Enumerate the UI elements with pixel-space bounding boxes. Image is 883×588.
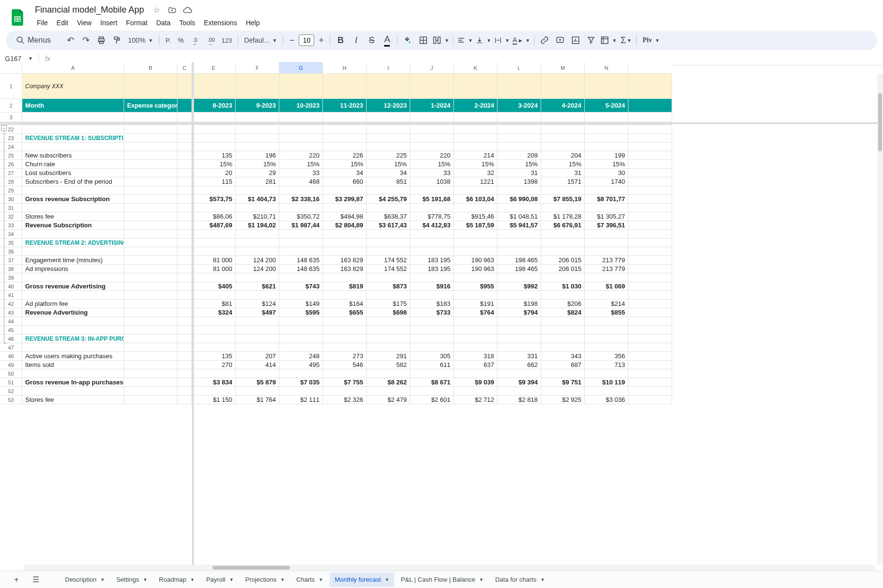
cell[interactable]: 331 xyxy=(498,352,541,361)
cell[interactable] xyxy=(498,247,541,256)
cell[interactable]: $916 xyxy=(410,282,454,291)
cell[interactable] xyxy=(541,291,585,300)
comment-button[interactable] xyxy=(553,33,567,48)
cell[interactable] xyxy=(585,238,628,247)
row-label-44[interactable] xyxy=(22,317,124,326)
cell[interactable] xyxy=(541,143,585,151)
cell[interactable] xyxy=(279,387,323,396)
cell[interactable] xyxy=(410,273,454,282)
cell[interactable] xyxy=(454,125,498,134)
cell[interactable]: 115 xyxy=(192,177,236,186)
cell[interactable]: 226 xyxy=(323,151,367,160)
cell[interactable]: 273 xyxy=(323,352,367,361)
cell[interactable] xyxy=(628,112,672,122)
cell[interactable]: 662 xyxy=(498,361,541,369)
row-header-30[interactable]: 30 xyxy=(0,195,22,204)
cell[interactable] xyxy=(124,369,177,378)
cell[interactable] xyxy=(236,343,279,352)
cell[interactable]: 163 829 xyxy=(323,256,367,265)
cell[interactable] xyxy=(585,204,628,212)
cell[interactable] xyxy=(192,125,236,134)
cell[interactable] xyxy=(628,308,672,317)
cell[interactable]: 546 xyxy=(323,361,367,369)
row-header-44[interactable]: 44 xyxy=(0,317,22,326)
cell[interactable]: 20 xyxy=(192,169,236,177)
col-header-F[interactable]: F xyxy=(236,62,279,74)
cell[interactable] xyxy=(279,230,323,238)
cell[interactable]: 163 829 xyxy=(323,265,367,273)
cell[interactable] xyxy=(498,74,541,99)
tab-menu-icon[interactable]: ▼ xyxy=(100,577,105,582)
cell[interactable]: $175 xyxy=(367,300,410,308)
cell[interactable] xyxy=(279,238,323,247)
cell[interactable] xyxy=(541,112,585,122)
cell[interactable] xyxy=(541,343,585,352)
cell[interactable] xyxy=(279,343,323,352)
cell[interactable] xyxy=(124,300,177,308)
row-header-32[interactable]: 32 xyxy=(0,212,22,221)
cell[interactable] xyxy=(279,134,323,143)
cell[interactable] xyxy=(454,317,498,326)
cell[interactable] xyxy=(367,317,410,326)
row-header-29[interactable]: 29 xyxy=(0,186,22,195)
cell[interactable] xyxy=(177,387,192,396)
cell[interactable] xyxy=(177,265,192,273)
cell[interactable]: $573,75 xyxy=(192,195,236,204)
row-header-52[interactable]: 52 xyxy=(0,387,22,396)
cell[interactable] xyxy=(585,125,628,134)
cell[interactable]: $595 xyxy=(279,308,323,317)
row-header-37[interactable]: 37 xyxy=(0,256,22,265)
cell[interactable] xyxy=(498,387,541,396)
tab-menu-icon[interactable]: ▼ xyxy=(385,577,389,582)
cell[interactable] xyxy=(410,291,454,300)
more-formats-button[interactable]: 123 xyxy=(219,33,235,48)
cell[interactable]: 183 195 xyxy=(410,256,454,265)
expense-category-header[interactable]: Expense category xyxy=(124,99,177,112)
cell[interactable]: $1 150 xyxy=(192,396,236,404)
cell[interactable] xyxy=(177,291,192,300)
row-header-23[interactable]: 23 xyxy=(0,134,22,143)
menu-extensions[interactable]: Extensions xyxy=(200,17,241,29)
tab-menu-icon[interactable]: ▼ xyxy=(280,577,285,582)
cell[interactable] xyxy=(177,169,192,177)
cell[interactable] xyxy=(454,143,498,151)
cell[interactable]: 124 200 xyxy=(236,265,279,273)
cell[interactable] xyxy=(323,143,367,151)
cell[interactable] xyxy=(279,369,323,378)
cell[interactable]: 198 465 xyxy=(498,256,541,265)
cell[interactable] xyxy=(367,134,410,143)
cell[interactable] xyxy=(177,134,192,143)
row-header-28[interactable]: 28 xyxy=(0,177,22,186)
cell[interactable] xyxy=(585,134,628,143)
tab-menu-icon[interactable]: ▼ xyxy=(479,577,483,582)
sheet-tab-roadmap[interactable]: Roadmap▼ xyxy=(154,572,199,587)
cell[interactable] xyxy=(236,204,279,212)
cell[interactable] xyxy=(628,273,672,282)
cell[interactable] xyxy=(585,326,628,334)
cell[interactable]: $3 036 xyxy=(585,396,628,404)
menu-help[interactable]: Help xyxy=(242,17,264,29)
cell[interactable]: 15% xyxy=(367,160,410,169)
cell[interactable] xyxy=(236,134,279,143)
cell[interactable] xyxy=(192,204,236,212)
cell[interactable] xyxy=(367,247,410,256)
cell[interactable] xyxy=(410,112,454,122)
row-label-33[interactable]: Revenue Subscription xyxy=(22,221,124,230)
cell[interactable]: 190 963 xyxy=(454,265,498,273)
row-label-41[interactable] xyxy=(22,291,124,300)
row-header-49[interactable]: 49 xyxy=(0,361,22,369)
cell[interactable] xyxy=(541,326,585,334)
cell[interactable]: $2 601 xyxy=(410,396,454,404)
cell[interactable]: 174 552 xyxy=(367,265,410,273)
cell[interactable]: 33 xyxy=(279,169,323,177)
cell[interactable]: 468 xyxy=(279,177,323,186)
cell[interactable]: 31 xyxy=(498,169,541,177)
cell[interactable] xyxy=(323,186,367,195)
month-col-12-2023[interactable]: 12-2023 xyxy=(367,99,410,112)
cell[interactable] xyxy=(236,74,279,99)
move-icon[interactable] xyxy=(167,5,177,15)
row-label-25[interactable]: New subscribers xyxy=(22,151,124,160)
cell[interactable] xyxy=(124,343,177,352)
cell[interactable] xyxy=(236,238,279,247)
cell[interactable] xyxy=(541,387,585,396)
